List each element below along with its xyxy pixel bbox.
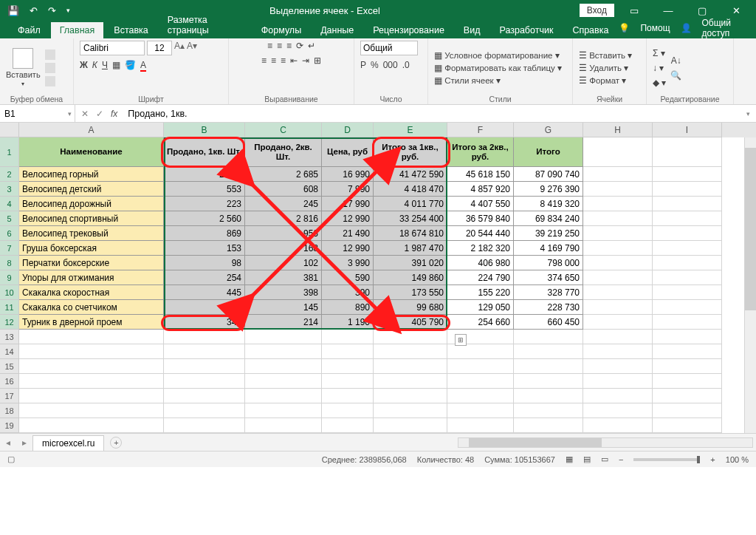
cell[interactable]: 153 <box>164 241 245 256</box>
view-normal-icon[interactable]: ▦ <box>566 454 573 464</box>
minimize-icon[interactable]: — <box>654 5 682 16</box>
cell[interactable] <box>447 359 514 374</box>
delete-cells-button[interactable]: ☰ Удалить ▾ <box>579 63 632 73</box>
cell[interactable]: Итого за 2кв., руб. <box>447 137 514 167</box>
row-header[interactable]: 9 <box>0 270 19 285</box>
cell[interactable]: 245 <box>245 197 322 211</box>
cell[interactable] <box>583 330 653 344</box>
cell[interactable] <box>653 330 722 344</box>
cell[interactable] <box>447 403 514 418</box>
cell[interactable] <box>653 374 722 389</box>
cell[interactable]: 87 090 740 <box>514 167 583 182</box>
cell[interactable] <box>245 403 322 418</box>
cell[interactable]: 2 560 <box>164 211 245 226</box>
row-header[interactable]: 12 <box>0 315 19 330</box>
cell[interactable]: 112 <box>164 300 245 315</box>
row-header[interactable]: 3 <box>0 182 19 197</box>
row-header[interactable]: 19 <box>0 418 19 433</box>
cell[interactable] <box>583 211 653 226</box>
cell[interactable]: 36 579 840 <box>447 211 514 226</box>
row-header[interactable]: 16 <box>0 374 19 389</box>
cell[interactable] <box>583 182 653 197</box>
cell[interactable]: 374 650 <box>514 270 583 285</box>
cell[interactable]: 173 550 <box>374 285 447 300</box>
cell[interactable]: 2 685 <box>245 167 322 182</box>
cell[interactable] <box>245 359 322 374</box>
zoom-in-icon[interactable]: + <box>710 455 715 464</box>
cell[interactable]: 168 <box>245 241 322 256</box>
row-header[interactable]: 13 <box>0 330 19 344</box>
scrollbar-thumb[interactable] <box>469 438 602 447</box>
cell[interactable] <box>653 197 722 211</box>
cell[interactable] <box>514 389 583 403</box>
font-color-button[interactable]: А <box>140 60 146 70</box>
cell[interactable]: 445 <box>164 285 245 300</box>
cell[interactable] <box>514 359 583 374</box>
cell[interactable] <box>583 315 653 330</box>
cell[interactable]: 41 472 590 <box>374 167 447 182</box>
row-header[interactable]: 7 <box>0 241 19 256</box>
cell[interactable] <box>583 197 653 211</box>
cell[interactable]: 129 050 <box>447 300 514 315</box>
cell[interactable] <box>447 418 514 433</box>
align-center-icon[interactable]: ≡ <box>271 55 276 66</box>
paste-button[interactable]: Вставить ▾ <box>6 48 41 87</box>
cell[interactable] <box>374 418 447 433</box>
zoom-slider[interactable] <box>633 458 700 461</box>
cell[interactable] <box>583 374 653 389</box>
cell[interactable]: Велосипед детский <box>19 182 164 197</box>
cell[interactable]: Велосипед дорожный <box>19 197 164 211</box>
cell[interactable]: 405 790 <box>374 315 447 330</box>
cell[interactable] <box>583 403 653 418</box>
cell[interactable]: 4 418 470 <box>374 182 447 197</box>
cell[interactable] <box>19 418 164 433</box>
format-as-table-button[interactable]: ▦ Форматировать как таблицу ▾ <box>434 63 562 73</box>
cell[interactable] <box>583 241 653 256</box>
cell[interactable]: 18 674 810 <box>374 226 447 241</box>
row-header[interactable]: 17 <box>0 389 19 403</box>
cell[interactable] <box>322 344 374 359</box>
cell[interactable] <box>447 389 514 403</box>
cell[interactable]: Велосипед горный <box>19 167 164 182</box>
cell[interactable]: 254 <box>164 270 245 285</box>
cell[interactable] <box>583 359 653 374</box>
cell[interactable]: Велосипед трековый <box>19 226 164 241</box>
sheet-nav-prev-icon[interactable]: ◂ <box>0 437 16 448</box>
format-cells-button[interactable]: ☰ Формат ▾ <box>579 75 632 86</box>
cell[interactable]: Груша боксерская <box>19 241 164 256</box>
find-select-icon[interactable]: 🔍 <box>670 70 681 81</box>
tab-review[interactable]: Рецензирование <box>364 22 453 38</box>
tab-insert[interactable]: Вставка <box>105 22 157 38</box>
cell[interactable] <box>514 344 583 359</box>
cell[interactable]: 16 990 <box>322 167 374 182</box>
cell[interactable] <box>164 389 245 403</box>
cell[interactable] <box>653 315 722 330</box>
fill-icon[interactable]: ↓ ▾ <box>653 63 664 73</box>
copy-icon[interactable] <box>45 63 55 73</box>
font-name-input[interactable] <box>80 41 145 55</box>
cell[interactable]: Итого за 1кв., руб. <box>374 137 447 167</box>
cell[interactable]: 1 987 470 <box>374 241 447 256</box>
tab-view[interactable]: Вид <box>455 22 489 38</box>
cell[interactable] <box>245 418 322 433</box>
close-icon[interactable]: ✕ <box>722 5 750 16</box>
cell[interactable] <box>19 359 164 374</box>
cell[interactable] <box>653 389 722 403</box>
maximize-icon[interactable]: ▢ <box>688 5 716 16</box>
cell[interactable] <box>653 359 722 374</box>
tab-page-layout[interactable]: Разметка страницы <box>159 12 251 38</box>
cell[interactable]: Продано, 1кв. Шт. <box>164 137 245 167</box>
cell[interactable]: 8 419 320 <box>514 197 583 211</box>
sort-filter-icon[interactable]: A↓ <box>671 55 681 66</box>
cell[interactable] <box>653 285 722 300</box>
cell[interactable] <box>374 359 447 374</box>
cell[interactable] <box>245 389 322 403</box>
bold-button[interactable]: Ж <box>80 60 88 70</box>
row-header[interactable]: 15 <box>0 359 19 374</box>
cancel-formula-icon[interactable]: ✕ <box>81 109 89 119</box>
cell[interactable] <box>19 389 164 403</box>
sheet-tab-active[interactable]: microexcel.ru <box>32 435 104 451</box>
cell[interactable]: 590 <box>322 270 374 285</box>
cell[interactable] <box>514 403 583 418</box>
cell[interactable]: 9 276 390 <box>514 182 583 197</box>
